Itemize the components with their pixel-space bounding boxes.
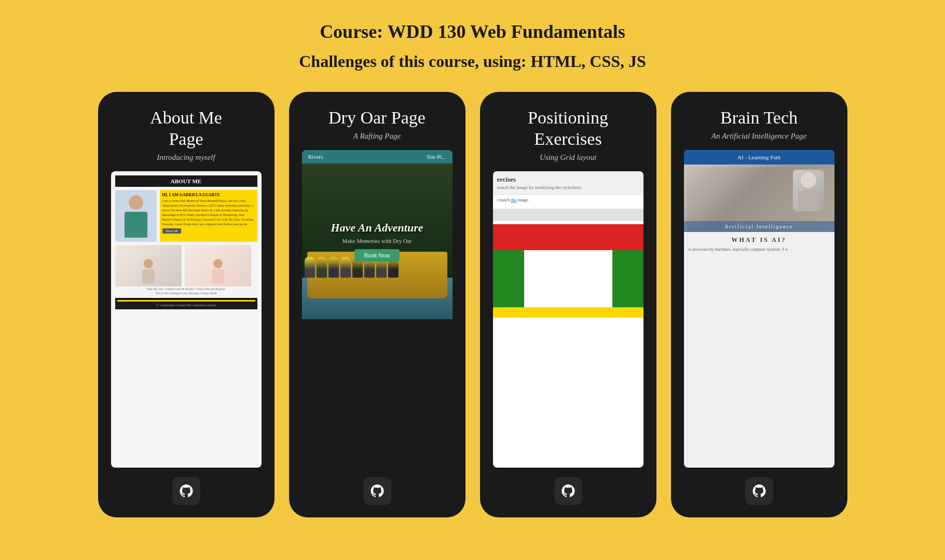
about-me-content: HI, I AM GABRIELA UGARTE I am 23 Years O…: [115, 190, 257, 242]
child-figure-2: [212, 259, 224, 284]
pos-header: ercises match the image by modifying the…: [493, 171, 643, 195]
brain-tech-github[interactable]: [745, 477, 773, 505]
photo-caption-2: This Is My Youngest Girl. Martina 2 Year…: [115, 292, 257, 295]
brain-tech-card: Brain Tech An Artificial Intelligence Pa…: [671, 92, 847, 517]
dry-oar-card: Dry Oar Page A Rafting Page Rivers Site …: [289, 92, 465, 517]
dry-oar-screen: Rivers Site Pl...: [302, 150, 453, 468]
positioning-title: PositioningExercises: [528, 107, 608, 150]
pos-desc: match the image by modifying the stylesh…: [497, 185, 639, 190]
footer-gold-line: [117, 300, 255, 302]
github-icon: [751, 483, 767, 499]
bt-desc: ce processes by machines, especially com…: [688, 247, 830, 252]
small-photos: [115, 245, 257, 286]
copyright-text: © Copyright Created By Gabriela Ugarte: [117, 303, 255, 307]
about-me-btn[interactable]: About Me: [162, 228, 182, 234]
positioning-github[interactable]: [554, 477, 582, 505]
about-me-footer: © Copyright Created By Gabriela Ugarte: [115, 298, 257, 309]
bt-robot-body: [798, 190, 819, 211]
child-body-2: [212, 269, 224, 284]
brain-tech-subtitle: An Artificial Intelligence Page: [711, 132, 806, 141]
github-icon: [179, 483, 194, 499]
bio-text: I am 23 Years Old. Mother of Three Beaut…: [162, 199, 255, 227]
person-head: [129, 195, 143, 210]
page-subtitle: Challenges of this course, using: HTML, …: [299, 52, 646, 71]
child-head-2: [213, 259, 223, 268]
nav-rivers: Rivers: [308, 154, 323, 160]
pos-green-left: [493, 250, 524, 307]
bt-content: WHAT IS AI? ce processes by machines, es…: [684, 232, 834, 256]
child-head-1: [144, 259, 153, 268]
hero-adventure-title: Have An Adventure: [331, 221, 423, 235]
positioning-card: PositioningExercises Using Grid layout e…: [480, 92, 656, 517]
about-me-text-box: HI, I AM GABRIELA UGARTE I am 23 Years O…: [160, 190, 257, 242]
cards-container: About MePage Introducing myself ABOUT ME…: [11, 92, 935, 517]
pos-white-middle: [524, 250, 612, 307]
about-me-screen: ABOUT ME HI, I AM GABRIELA UGARTE I am 2…: [111, 171, 262, 468]
pos-green-right: [612, 250, 643, 307]
child-figure-1: [142, 259, 155, 284]
dry-oar-subtitle: A Rafting Page: [353, 132, 401, 141]
page-title: Course: WDD 130 Web Fundamentals: [299, 21, 646, 43]
bt-nav: AI - Learning Path: [684, 150, 834, 165]
pos-bottom-section: [493, 250, 643, 307]
profile-photo: [115, 190, 157, 242]
bt-hero: Artificial Intelligence: [684, 165, 834, 232]
positioning-subtitle: Using Grid layout: [540, 153, 596, 162]
brain-tech-screen: AI - Learning Path Artificial Intelligen…: [684, 150, 834, 468]
pos-link-text: s match this image.: [493, 195, 643, 206]
bt-robot-shape: [793, 170, 824, 211]
pos-this-link[interactable]: this: [511, 198, 517, 202]
about-me-title: About MePage: [150, 107, 222, 150]
bt-what-title: WHAT IS AI?: [688, 236, 830, 244]
about-me-github[interactable]: [172, 477, 200, 505]
person-body: [125, 212, 147, 238]
hero-subtitle: Make Memories with Dry Oar: [331, 238, 423, 244]
pos-yellow-bottom: [493, 307, 643, 318]
pos-title: ercises: [497, 175, 639, 184]
positioning-screen: ercises match the image by modifying the…: [493, 171, 643, 468]
about-me-subtitle: Introducing myself: [157, 153, 215, 162]
dry-oar-hero: Have An Adventure Make Memories with Dry…: [302, 163, 453, 319]
hero-text: Have An Adventure Make Memories with Dry…: [325, 216, 428, 267]
about-me-screen-header: ABOUT ME: [115, 175, 257, 187]
pos-input-area: [493, 209, 643, 221]
brain-tech-title: Brain Tech: [720, 107, 798, 129]
page-header: Course: WDD 130 Web Fundamentals Challen…: [299, 21, 646, 71]
github-icon: [369, 483, 385, 499]
about-me-card: About MePage Introducing myself ABOUT ME…: [98, 92, 275, 517]
photo-caption-1: This Me, My 2 Oldest Girls ♥ Natalia 7 Y…: [115, 288, 257, 291]
bt-hero-overlay: Artificial Intelligence: [684, 221, 834, 232]
small-photo-1: [115, 245, 182, 286]
dry-oar-nav: Rivers Site Pl...: [302, 150, 453, 163]
pos-red-bar: [493, 224, 643, 250]
github-icon: [560, 483, 576, 499]
name-title: HI, I AM GABRIELA UGARTE: [162, 193, 255, 197]
book-now-button[interactable]: Book Now: [354, 249, 399, 262]
nav-site: Site Pl...: [427, 154, 446, 160]
child-body-1: [142, 269, 155, 284]
bt-robot-head: [801, 172, 816, 188]
dry-oar-title: Dry Oar Page: [328, 107, 426, 129]
dry-oar-github[interactable]: [363, 477, 391, 505]
small-photo-2: [185, 245, 251, 286]
